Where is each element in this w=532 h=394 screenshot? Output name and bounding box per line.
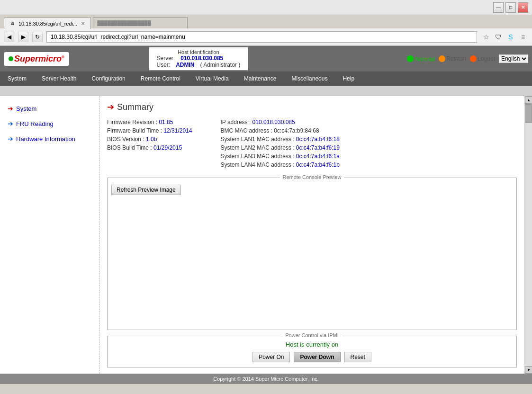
firmware-build-row: Firmware Build Time : 12/31/2014: [107, 127, 192, 134]
language-select[interactable]: English: [499, 54, 528, 63]
user-role: ( Administrator ): [200, 62, 241, 68]
ipmi-header: Supermicro® Host Identification Server: …: [0, 46, 532, 72]
content-area: ➔ Summary Firmware Revision : 01.85 Firm…: [99, 96, 524, 374]
header-right: Normal Refresh Logout English: [407, 54, 528, 63]
remote-console-preview-box: Remote Console Preview Refresh Preview I…: [107, 178, 517, 330]
bios-version-label: BIOS Version :: [107, 136, 144, 143]
status-normal: Normal: [407, 55, 435, 63]
title-bar: — □ ✕: [0, 0, 532, 15]
ip-value: 010.018.030.085: [252, 119, 295, 125]
nav-item-maintenance[interactable]: Maintenance: [236, 72, 284, 86]
bios-build-label: BIOS Build Time :: [107, 144, 152, 151]
address-bar: ◀ ▶ ↻ ☆ 🛡 S ≡: [0, 28, 532, 45]
sidebar-item-fru-reading[interactable]: ➔ FRU Reading: [0, 116, 99, 131]
host-status: Host is currently on: [112, 341, 512, 348]
nav-item-virtual-media[interactable]: Virtual Media: [188, 72, 236, 86]
sidebar-item-system[interactable]: ➔ System: [0, 101, 99, 116]
ip-label: IP address :: [220, 119, 251, 125]
power-down-button[interactable]: Power Down: [294, 352, 340, 362]
scrollbar-track: ▲ ▼: [524, 96, 532, 374]
scroll-up-button[interactable]: ▲: [525, 96, 532, 104]
scrollbar-thumb[interactable]: [525, 104, 532, 123]
bios-version-value: 1.0b: [146, 136, 157, 143]
logout-link[interactable]: Logout: [470, 55, 495, 62]
remote-console-content: Refresh Preview Image: [108, 178, 516, 330]
close-button[interactable]: ✕: [518, 2, 528, 13]
scroll-down-button[interactable]: ▼: [525, 366, 532, 374]
lan4-mac-row: System LAN4 MAC address : 0c:c4:7a:b4:f6…: [220, 161, 339, 168]
firmware-revision-row: Firmware Revision : 01.85: [107, 119, 192, 125]
sidebar: ➔ System ➔ FRU Reading ➔ Hardware Inform…: [0, 96, 99, 374]
info-table: Firmware Revision : 01.85 Firmware Build…: [107, 119, 517, 168]
refresh-icon: [439, 55, 445, 62]
ip-address-row: IP address : 010.018.030.085: [220, 119, 339, 125]
user-label: User:: [157, 62, 171, 68]
lan1-label: System LAN1 MAC address :: [220, 136, 294, 143]
lan3-label: System LAN3 MAC address :: [220, 153, 294, 160]
refresh-preview-button[interactable]: Refresh Preview Image: [111, 185, 181, 195]
content-wrapper: ➔ Summary Firmware Revision : 01.85 Firm…: [99, 96, 532, 374]
remote-console-legend: Remote Console Preview: [280, 174, 344, 180]
lan4-label: System LAN4 MAC address :: [220, 161, 294, 168]
power-control-legend: Power Control via IPMI: [282, 332, 341, 338]
bmc-mac-row: BMC MAC address : 0c:c4:7a:b9:84:68: [220, 127, 339, 134]
firmware-build-value: 12/31/2014: [163, 127, 192, 134]
bmc-mac-label: BMC MAC address :: [220, 127, 272, 134]
nav-item-miscellaneous[interactable]: Miscellaneous: [284, 72, 335, 86]
reload-button[interactable]: ↻: [32, 32, 43, 42]
summary-arrow-icon: ➔: [107, 102, 114, 112]
bios-build-value: 01/29/2015: [153, 144, 182, 151]
logo-text: Supermicro®: [14, 54, 64, 64]
scrollbar-rail: [525, 124, 532, 366]
lan1-value: 0c:c4:7a:b4:f6:18: [296, 136, 340, 143]
firmware-build-label: Firmware Build Time :: [107, 127, 162, 134]
host-id-title: Host Identification: [157, 49, 241, 55]
sub-nav-bar: [0, 86, 532, 96]
menu-icon[interactable]: ≡: [518, 32, 528, 42]
firmware-revision-value: 01.85: [159, 119, 173, 125]
power-on-button[interactable]: Power On: [252, 352, 290, 362]
shield-icon[interactable]: 🛡: [493, 32, 504, 42]
forward-button[interactable]: ▶: [18, 32, 28, 42]
lan4-value: 0c:c4:7a:b4:f6:1b: [296, 161, 340, 168]
logout-label: Logout: [478, 55, 495, 62]
nav-menu: System Server Health Configuration Remot…: [0, 72, 532, 86]
skype-icon[interactable]: S: [505, 32, 516, 42]
bios-build-row: BIOS Build Time : 01/29/2015: [107, 144, 192, 151]
address-input[interactable]: [46, 31, 477, 43]
bios-version-row: BIOS Version : 1.0b: [107, 136, 192, 143]
preview-image-area: [111, 198, 513, 326]
nav-item-help[interactable]: Help: [335, 72, 362, 86]
page-body: ➔ System ➔ FRU Reading ➔ Hardware Inform…: [0, 96, 532, 374]
system-arrow-icon: ➔: [8, 105, 13, 112]
refresh-link[interactable]: Refresh: [439, 55, 466, 62]
user-value: ADMIN: [176, 62, 194, 68]
logo-area: Supermicro®: [4, 52, 69, 66]
toolbar-icons: ☆ 🛡 S ≡: [481, 32, 528, 42]
tab-favicon: 🖥: [10, 21, 15, 26]
title-bar-buttons: — □ ✕: [493, 2, 528, 13]
nav-item-remote-control[interactable]: Remote Control: [133, 72, 188, 86]
server-label: Server:: [157, 55, 175, 62]
nav-item-system[interactable]: System: [0, 72, 34, 86]
reset-button[interactable]: Reset: [344, 352, 371, 362]
lan3-mac-row: System LAN3 MAC address : 0c:c4:7a:b4:f6…: [220, 153, 339, 160]
power-control-content: Host is currently on Power On Power Down…: [108, 336, 516, 367]
browser-tab[interactable]: 🖥 10.18.30.85/cgi/url_redi... ✕: [4, 18, 91, 29]
nav-item-server-health[interactable]: Server Health: [34, 72, 84, 86]
host-id-box: Host Identification Server: 010.018.030.…: [149, 47, 249, 71]
sidebar-item-hardware-info[interactable]: ➔ Hardware Information: [0, 131, 99, 146]
tab-close-button[interactable]: ✕: [81, 21, 85, 26]
footer-text: Copyright © 2014 Super Micro Computer, I…: [213, 376, 319, 382]
back-button[interactable]: ◀: [4, 32, 14, 42]
lan2-mac-row: System LAN2 MAC address : 0c:c4:7a:b4:f6…: [220, 144, 339, 151]
maximize-button[interactable]: □: [505, 2, 516, 13]
section-title-text: Summary: [117, 102, 153, 112]
star-icon[interactable]: ☆: [481, 32, 491, 42]
nav-item-configuration[interactable]: Configuration: [84, 72, 133, 86]
lan2-value: 0c:c4:7a:b4:f6:19: [296, 144, 340, 151]
minimize-button[interactable]: —: [493, 2, 504, 13]
info-col-left: Firmware Revision : 01.85 Firmware Build…: [107, 119, 192, 168]
new-tab-area: ████████████████: [93, 17, 188, 28]
blurred-tab-text: ████████████████: [97, 20, 151, 26]
